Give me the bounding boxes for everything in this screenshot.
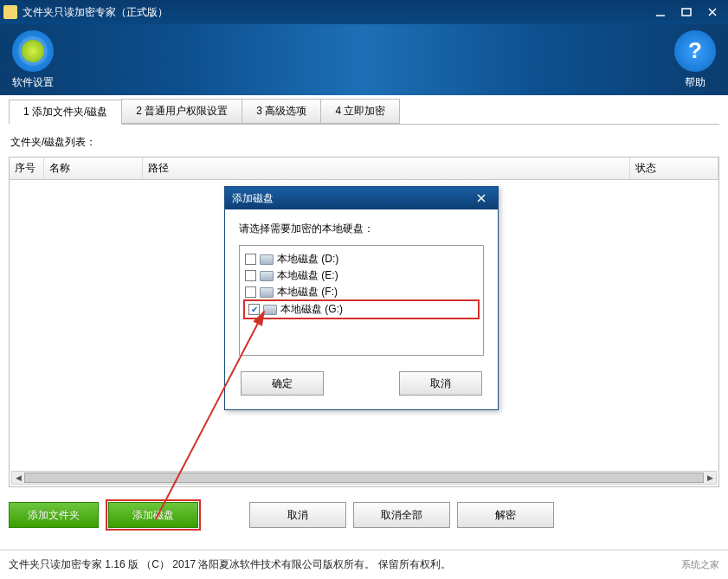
disk-item-f[interactable]: 本地磁盘 (F:) xyxy=(243,284,480,300)
disk-item-e[interactable]: 本地磁盘 (E:) xyxy=(243,267,480,284)
help-button[interactable]: ? 帮助 xyxy=(674,30,716,90)
maximize-button[interactable] xyxy=(674,3,699,21)
footer-brand: 系统之家 xyxy=(681,558,719,571)
maximize-icon xyxy=(681,7,692,17)
add-disk-button[interactable]: 添加磁盘 xyxy=(108,502,198,528)
dialog-title-bar[interactable]: 添加磁盘 xyxy=(225,187,498,209)
window-title-bar: 文件夹只读加密专家（正式版） xyxy=(0,0,728,24)
tab-encrypt-now[interactable]: 4 立即加密 xyxy=(320,99,400,124)
col-status[interactable]: 状态 xyxy=(630,158,718,179)
gear-icon xyxy=(12,30,54,72)
disk-label: 本地磁盘 (F:) xyxy=(277,285,338,299)
annotation-highlight: 添加磁盘 xyxy=(106,499,201,531)
table-header: 序号 名称 路径 状态 xyxy=(10,158,718,180)
settings-button[interactable]: 软件设置 xyxy=(12,30,54,90)
scroll-thumb[interactable] xyxy=(24,473,704,483)
annotation-highlight: 本地磁盘 (G:) xyxy=(243,299,480,319)
disk-item-g[interactable]: 本地磁盘 (G:) xyxy=(247,301,476,318)
close-button[interactable] xyxy=(700,3,725,21)
horizontal-scrollbar[interactable]: ◀ ▶ xyxy=(11,471,717,485)
app-icon xyxy=(3,5,17,19)
disk-icon xyxy=(260,271,274,281)
minimize-icon xyxy=(655,7,666,17)
col-path[interactable]: 路径 xyxy=(143,158,630,179)
minimize-button[interactable] xyxy=(648,3,673,21)
close-icon xyxy=(476,193,486,203)
dialog-prompt: 请选择需要加密的本地硬盘： xyxy=(239,222,484,236)
dialog-ok-button[interactable]: 确定 xyxy=(241,371,324,396)
checkbox[interactable] xyxy=(245,254,256,265)
add-folder-button[interactable]: 添加文件夹 xyxy=(9,502,99,528)
footer-text: 文件夹只读加密专家 1.16 版 （C） 2017 洛阳夏冰软件技术有限公司版权… xyxy=(9,557,451,572)
col-name[interactable]: 名称 xyxy=(44,158,143,179)
header-toolbar: 软件设置 ? 帮助 xyxy=(0,24,728,95)
tab-bar: 1 添加文件夹/磁盘 2 普通用户权限设置 3 高级选项 4 立即加密 xyxy=(9,99,719,125)
close-icon xyxy=(707,7,718,17)
scroll-right-button[interactable]: ▶ xyxy=(704,472,716,484)
decrypt-button[interactable]: 解密 xyxy=(457,502,554,528)
help-label: 帮助 xyxy=(674,75,716,90)
checkbox[interactable] xyxy=(245,270,256,281)
col-index[interactable]: 序号 xyxy=(10,158,44,179)
disk-label: 本地磁盘 (D:) xyxy=(277,252,338,267)
disk-list: 本地磁盘 (D:) 本地磁盘 (E:) 本地磁盘 (F:) 本地磁盘 (G:) xyxy=(239,245,484,356)
checkbox[interactable] xyxy=(248,304,260,315)
checkbox[interactable] xyxy=(245,286,256,298)
disk-icon xyxy=(263,305,277,315)
action-button-row: 添加文件夹 添加磁盘 取消 取消全部 解密 xyxy=(9,499,719,531)
add-disk-dialog: 添加磁盘 请选择需要加密的本地硬盘： 本地磁盘 (D:) 本地磁盘 (E:) 本… xyxy=(224,186,499,410)
cancel-all-button[interactable]: 取消全部 xyxy=(353,502,450,528)
dialog-title: 添加磁盘 xyxy=(232,191,472,206)
help-icon: ? xyxy=(674,30,716,72)
dialog-button-row: 确定 取消 xyxy=(225,361,498,409)
window-title: 文件夹只读加密专家（正式版） xyxy=(23,5,647,20)
tab-add-folder-disk[interactable]: 1 添加文件夹/磁盘 xyxy=(9,100,122,125)
disk-item-d[interactable]: 本地磁盘 (D:) xyxy=(243,251,480,267)
disk-label: 本地磁盘 (G:) xyxy=(280,302,343,317)
dialog-close-button[interactable] xyxy=(472,190,491,206)
scroll-left-button[interactable]: ◀ xyxy=(12,472,24,484)
disk-icon xyxy=(260,287,274,298)
svg-rect-1 xyxy=(682,9,691,16)
tab-user-permissions[interactable]: 2 普通用户权限设置 xyxy=(121,99,242,124)
list-label: 文件夹/磁盘列表： xyxy=(10,135,719,150)
settings-label: 软件设置 xyxy=(12,75,54,90)
dialog-cancel-button[interactable]: 取消 xyxy=(399,371,482,396)
footer: 文件夹只读加密专家 1.16 版 （C） 2017 洛阳夏冰软件技术有限公司版权… xyxy=(0,550,728,579)
disk-label: 本地磁盘 (E:) xyxy=(277,268,338,283)
dialog-body: 请选择需要加密的本地硬盘： 本地磁盘 (D:) 本地磁盘 (E:) 本地磁盘 (… xyxy=(225,209,498,361)
disk-icon xyxy=(260,254,274,265)
cancel-button[interactable]: 取消 xyxy=(249,502,346,528)
tab-advanced-options[interactable]: 3 高级选项 xyxy=(242,99,321,124)
